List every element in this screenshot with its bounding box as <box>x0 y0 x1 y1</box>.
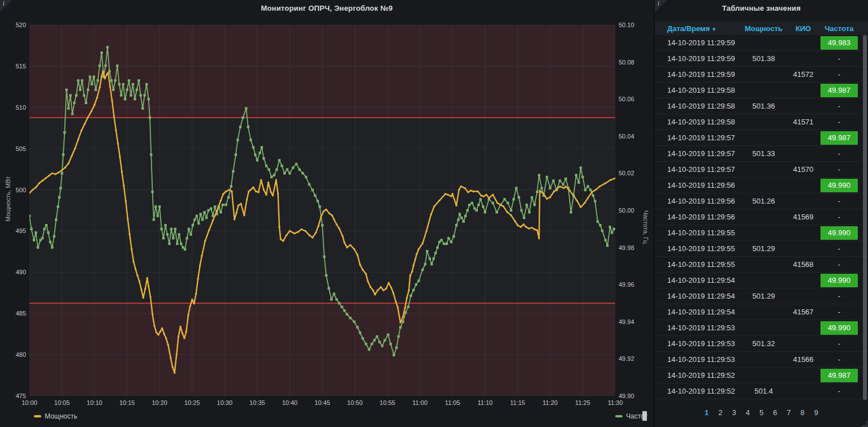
cell-datetime: 14-10-2019 11:29:57 <box>655 165 740 174</box>
scrollbar-thumb[interactable] <box>863 35 867 400</box>
sort-desc-icon: ▼ <box>711 27 716 32</box>
x-tick: 10:50 <box>347 399 363 406</box>
table-row: 14-10-2019 11:29:56501.26- <box>655 193 868 209</box>
table-row: 14-10-2019 11:29:5749.987 <box>655 130 868 146</box>
table-row: 14-10-2019 11:29:5341566- <box>655 352 868 368</box>
cell-freq: - <box>819 339 860 348</box>
power-series-swatch <box>34 415 41 417</box>
x-tick: 10:35 <box>249 399 265 406</box>
y-left-tick: 475 <box>10 393 26 399</box>
y-right-tick: 50.06 <box>619 96 634 102</box>
freq-value-badge: 49.987 <box>821 84 858 97</box>
freq-series-swatch <box>615 415 623 417</box>
cell-datetime: 14-10-2019 11:29:57 <box>655 133 740 142</box>
cell-datetime: 14-10-2019 11:29:59 <box>655 54 740 63</box>
table-row: 14-10-2019 11:29:55501.29- <box>655 241 868 257</box>
y-right-tick: 49.90 <box>619 393 634 399</box>
y-right-tick: 49.94 <box>619 318 634 325</box>
cell-freq: - <box>819 102 860 110</box>
y-right-tick: 49.92 <box>619 355 634 362</box>
table-title[interactable]: Табличные значения <box>655 4 868 12</box>
chart-title[interactable]: Мониторинг ОПРЧ, Энергоблок №9 <box>0 4 654 12</box>
cell-datetime: 14-10-2019 11:29:53 <box>655 324 740 332</box>
y-right-tick: 50.10 <box>619 21 634 28</box>
cell-freq: - <box>819 54 860 63</box>
cell-freq: 49.987 <box>819 368 860 383</box>
plot-area[interactable] <box>29 25 615 396</box>
x-tick: 10:00 <box>21 399 37 406</box>
panel-resize-handle[interactable] <box>862 421 867 426</box>
cell-datetime: 14-10-2019 11:29:59 <box>655 70 740 79</box>
freq-value-badge: 49.987 <box>821 369 858 382</box>
page-number-3[interactable]: 3 <box>732 408 736 417</box>
table-row: 14-10-2019 11:29:5849.987 <box>655 83 868 98</box>
table-row: 14-10-2019 11:29:58501.36- <box>655 98 868 114</box>
y-left-tick: 515 <box>10 63 26 70</box>
table-body: 14-10-2019 11:29:5949.98314-10-2019 11:2… <box>655 35 868 403</box>
y-right-tick: 50.04 <box>619 133 634 140</box>
x-tick: 10:05 <box>54 399 70 406</box>
cell-datetime: 14-10-2019 11:29:56 <box>655 181 740 189</box>
page-number-8[interactable]: 8 <box>801 408 805 417</box>
y-left-tick: 495 <box>10 227 26 234</box>
column-header-datetime[interactable]: Дата/Время▼ <box>655 24 740 33</box>
x-tick: 11:15 <box>510 399 525 406</box>
cell-power: 501.33 <box>740 149 788 158</box>
chart-panel: i Мониторинг ОПРЧ, Энергоблок №9 5205155… <box>0 0 654 427</box>
cell-kio: 41566 <box>788 355 819 364</box>
cell-datetime: 14-10-2019 11:29:58 <box>655 86 740 94</box>
cell-freq: - <box>819 197 860 205</box>
cell-freq: - <box>819 308 860 316</box>
x-tick: 11:20 <box>543 399 558 406</box>
legend-scroll-handle[interactable] <box>642 411 647 421</box>
cell-kio: 41572 <box>788 70 819 79</box>
table-row: 14-10-2019 11:29:5741570- <box>655 162 868 178</box>
x-tick: 11:05 <box>445 399 460 406</box>
page-number-4[interactable]: 4 <box>746 408 750 417</box>
cell-datetime: 14-10-2019 11:29:54 <box>655 308 740 316</box>
page-number-1[interactable]: 1 <box>705 408 709 417</box>
y-right-tick: 49.98 <box>619 244 634 251</box>
page-number-9[interactable]: 9 <box>814 408 818 417</box>
cell-freq: 49.983 <box>819 36 860 50</box>
cell-datetime: 14-10-2019 11:29:53 <box>655 355 740 364</box>
y-left-tick: 520 <box>10 21 26 28</box>
legend-item-power[interactable]: Мощность <box>34 412 77 420</box>
x-tick: 11:00 <box>412 399 427 406</box>
page-number-6[interactable]: 6 <box>773 408 777 417</box>
table-row: 14-10-2019 11:29:59501.38- <box>655 51 868 67</box>
table-row: 14-10-2019 11:29:5349.990 <box>655 320 868 336</box>
page-number-7[interactable]: 7 <box>787 408 791 417</box>
y-axis-left-title: Мощность, МВт <box>5 176 11 222</box>
column-header-power[interactable]: Мощность <box>740 24 788 33</box>
cell-freq: 49.990 <box>819 321 860 335</box>
page-number-2[interactable]: 2 <box>718 408 722 417</box>
y-left-tick: 500 <box>10 187 26 193</box>
y-left-tick: 510 <box>10 104 26 111</box>
table-row: 14-10-2019 11:29:5641569- <box>655 209 868 225</box>
column-header-kio[interactable]: КИО <box>788 24 819 33</box>
table-header: Дата/Время▼ Мощность КИО Частота <box>655 21 868 35</box>
cell-kio: 41569 <box>788 213 819 221</box>
cell-freq: - <box>819 387 860 395</box>
table-row: 14-10-2019 11:29:5241565 <box>655 399 868 403</box>
cell-datetime: 14-10-2019 11:29:53 <box>655 339 740 348</box>
cell-power: 501.38 <box>740 54 788 63</box>
cell-datetime: 14-10-2019 11:29:58 <box>655 118 740 126</box>
x-tick: 10:40 <box>282 399 298 406</box>
y-right-tick: 50.08 <box>619 59 634 66</box>
cell-freq: - <box>819 118 860 126</box>
cell-datetime: 14-10-2019 11:29:56 <box>655 197 740 205</box>
x-tick: 10:20 <box>152 399 167 406</box>
table-row: 14-10-2019 11:29:5549.990 <box>655 225 868 241</box>
cell-datetime: 14-10-2019 11:29:55 <box>655 260 740 269</box>
table-row: 14-10-2019 11:29:5941572- <box>655 67 868 83</box>
column-header-freq[interactable]: Частота <box>819 24 860 33</box>
pagination: 123456789 <box>655 405 868 427</box>
cell-freq: - <box>819 260 860 269</box>
cell-power: 501.32 <box>740 339 788 348</box>
page-number-5[interactable]: 5 <box>759 408 763 417</box>
cell-freq: 49.987 <box>819 131 860 145</box>
y-axis-right-title: Частота, Гц <box>642 210 649 244</box>
x-tick: 10:10 <box>87 399 102 406</box>
